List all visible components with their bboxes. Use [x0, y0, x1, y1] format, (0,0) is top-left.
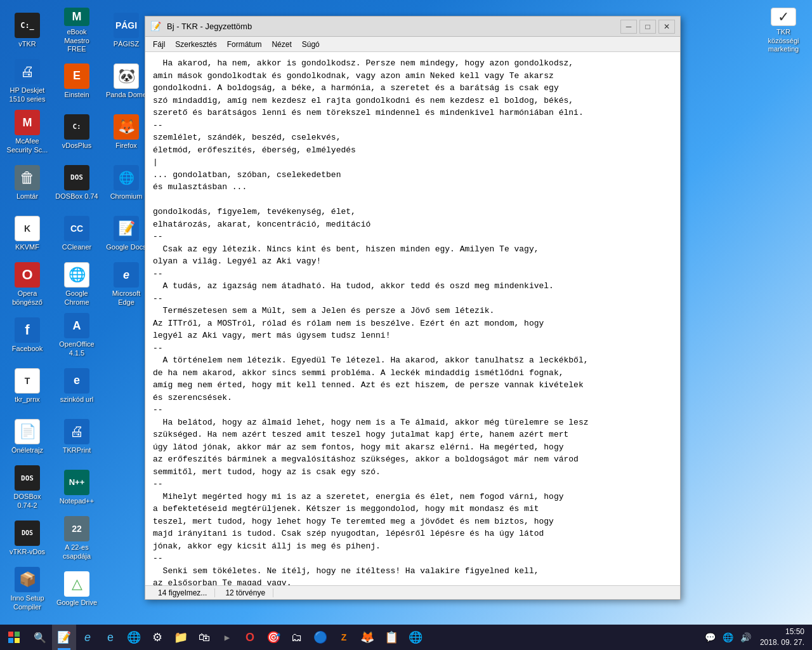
desktop-icon-tkrprint[interactable]: 🖨 TKRPrint — [52, 411, 102, 462]
minimize-button[interactable]: ─ — [620, 20, 637, 34]
desktop-icon-ebook-maestro[interactable]: M eBook Maestro FREE — [52, 5, 102, 56]
opera-task-icon: O — [246, 631, 254, 644]
svg-rect-1 — [15, 632, 20, 637]
icon-label-google-docs: Google Docs — [106, 243, 147, 251]
taskbar-app-edge[interactable]: e — [76, 625, 99, 650]
desktop-icon-chromium[interactable]: 🌐 Chromium — [102, 157, 151, 208]
icon-label-22es: A 22-es csapdája — [55, 543, 99, 560]
menu-format[interactable]: Formátum — [222, 39, 267, 50]
taskbar-app-firefox[interactable]: 🦊 — [355, 625, 379, 650]
desktop-icon-lomtar[interactable]: 🗑 Lomtár — [3, 157, 52, 208]
icon-label-dosbox: DOSBox 0.74 — [55, 192, 98, 201]
cmd-task-icon: ▶ — [225, 632, 230, 642]
taskbar-app-folder[interactable]: 📁 — [169, 625, 193, 650]
desktop-icon-oneletrajz[interactable]: 📄 Önéletrajz — [3, 411, 52, 462]
icon-label-tkr-kozossegi: TKR közösségi marketing — [761, 28, 806, 53]
taskbar-app-filezilla[interactable]: Z — [332, 625, 355, 650]
menu-view[interactable]: Nézet — [266, 39, 296, 50]
titlebar-buttons: ─ □ ✕ — [620, 20, 675, 34]
start-button[interactable] — [0, 625, 28, 650]
desktop-icon-google-chrome[interactable]: 🌐 Google Chrome — [52, 259, 102, 310]
desktop-icon-kkvmf[interactable]: K KKVMF — [3, 208, 52, 259]
taskbar-tray: 💬 🌐 🔊 15:50 2018. 09. 27. — [699, 625, 812, 650]
icon-label-oneletrajz: Önéletrajz — [11, 446, 43, 454]
desktop-icon-tkr-kozossegi[interactable]: ✓ TKR közösségi marketing — [759, 5, 808, 56]
desktop-icon-ccleaner[interactable]: CC CCleaner — [52, 208, 102, 259]
misc1-task-icon: 🎯 — [266, 630, 280, 644]
icon-label-notepadpp: Notepad++ — [60, 497, 94, 505]
icon-label-panda-dome: Panda Dome — [106, 91, 147, 99]
maximize-button[interactable]: □ — [639, 20, 656, 34]
desktop-icon-ms-edge[interactable]: e Microsoft Edge — [102, 259, 151, 310]
desktop-icon-tkr-prnx[interactable]: T tkr_prnx — [3, 361, 52, 411]
taskbar: 🔍 📝 e e 🌐 ⚙ 📁 🛍 ▶ O 🎯 — [0, 625, 812, 650]
desktop-icon-einstein[interactable]: E Einstein — [52, 56, 102, 107]
desktop-icon-szinkod-url[interactable]: e szinkód url — [52, 361, 102, 411]
desktop: C:_ vTKR 🖨 HP Deskjet 1510 series M McAf… — [0, 0, 812, 625]
icon-label-ccleaner: CCleaner — [62, 243, 91, 251]
notepad-text-area[interactable]: Ha akarod, ha nem, akkor is gondolkodsz.… — [145, 52, 680, 585]
taskbar-search-button[interactable]: 🔍 — [28, 625, 52, 650]
taskbar-app-store[interactable]: 🛍 — [193, 625, 216, 650]
desktop-icon-vdosplus[interactable]: C: vDosPlus — [52, 107, 102, 157]
tray-speech-icon[interactable]: 💬 — [702, 625, 719, 650]
icon-label-hp-deskjet: HP Deskjet 1510 series — [5, 86, 49, 103]
filezilla-task-icon: Z — [341, 632, 347, 642]
taskbar-app-misc1[interactable]: 🎯 — [261, 625, 285, 650]
desktop-icon-mcafee[interactable]: M McAfee Security Sc... — [3, 107, 52, 157]
icon-label-vdosplus: vDosPlus — [62, 142, 91, 150]
store-task-icon: 🛍 — [199, 631, 210, 644]
desktop-icon-inno-setup[interactable]: 📦 Inno Setup Compiler — [3, 564, 52, 614]
status-laws: 12 törvénye — [218, 588, 273, 597]
notepad-title: Bj - TKR - Jegyzettömb — [167, 22, 620, 31]
notepad-menubar: Fájl Szerkesztés Formátum Nézet Súgó — [145, 37, 680, 52]
desktop-icon-pagisz[interactable]: PÁGI PÁGISZ — [102, 5, 151, 56]
windows-logo-icon — [8, 632, 20, 643]
misc2-task-icon: 🗂 — [291, 631, 303, 644]
tray-volume-icon[interactable]: 🔊 — [737, 625, 755, 650]
desktop-icon-panda-dome[interactable]: 🐼 Panda Dome — [102, 56, 151, 107]
taskbar-clock[interactable]: 15:50 2018. 09. 27. — [755, 627, 809, 648]
edge-task-icon: e — [84, 631, 91, 644]
desktop-icon-vtkr[interactable]: C:_ vTKR — [3, 5, 52, 56]
taskbar-app-settings[interactable]: ⚙ — [146, 625, 169, 650]
desktop-icon-google-docs[interactable]: 📝 Google Docs — [102, 208, 151, 259]
desktop-icon-notepadpp[interactable]: N++ Notepad++ — [52, 462, 102, 513]
desktop-icon-facebook[interactable]: f Facebook — [3, 310, 52, 361]
icon-label-mcafee: McAfee Security Sc... — [5, 137, 49, 154]
taskbar-app-misc4[interactable]: 📋 — [379, 625, 403, 650]
desktop-icon-firefox[interactable]: 🦊 Firefox — [102, 107, 151, 157]
tray-network-icon[interactable]: 🌐 — [719, 625, 737, 650]
desktop-icon-hp-deskjet[interactable]: 🖨 HP Deskjet 1510 series — [3, 56, 52, 107]
icon-label-einstein: Einstein — [64, 91, 89, 99]
icon-label-google-chrome: Google Chrome — [55, 289, 99, 306]
menu-help[interactable]: Súgó — [297, 39, 325, 50]
desktop-icons-left: C:_ vTKR 🖨 HP Deskjet 1510 series M McAf… — [0, 0, 146, 625]
notepad-content-wrapper: Ha akarod, ha nem, akkor is gondolkodsz.… — [145, 52, 680, 585]
desktop-icon-opera[interactable]: O Opera böngésző — [3, 259, 52, 310]
menu-edit[interactable]: Szerkesztés — [170, 39, 221, 50]
close-button[interactable]: ✕ — [658, 20, 675, 34]
icon-label-dosbox2: DOSBox 0.74-2 — [5, 493, 49, 509]
settings-task-icon: ⚙ — [152, 630, 162, 644]
desktop-icon-dosbox[interactable]: DOS DOSBox 0.74 — [52, 157, 102, 208]
icon-label-inno-setup: Inno Setup Compiler — [5, 594, 49, 611]
taskbar-app-misc5[interactable]: 🌐 — [403, 625, 428, 650]
desktop-icon-vtkr-vdos[interactable]: DOS vTKR-vDos — [3, 513, 52, 564]
desktop-icon-openoffice[interactable]: A OpenOffice 4.1.5 — [52, 310, 102, 361]
desktop-icon-dosbox2[interactable]: DOS DOSBox 0.74-2 — [3, 462, 52, 513]
icon-label-pagisz: PÁGISZ — [114, 40, 139, 48]
desktop-icon-google-drive[interactable]: △ Google Drive — [52, 564, 102, 614]
taskbar-app-ie[interactable]: e — [99, 625, 122, 650]
taskbar-app-chrome[interactable]: 🌐 — [122, 625, 146, 650]
taskbar-app-misc2[interactable]: 🗂 — [285, 625, 308, 650]
taskbar-app-notepad[interactable]: 📝 — [52, 625, 76, 650]
icon-label-kkvmf: KKVMF — [15, 243, 39, 251]
taskbar-app-misc3[interactable]: 🔵 — [308, 625, 332, 650]
taskbar-app-cmd[interactable]: ▶ — [216, 625, 239, 650]
desktop-icon-22es[interactable]: 22 A 22-es csapdája — [52, 513, 102, 564]
misc5-task-icon: 🌐 — [409, 630, 422, 644]
menu-file[interactable]: Fájl — [148, 39, 170, 50]
icon-label-openoffice: OpenOffice 4.1.5 — [55, 340, 99, 357]
taskbar-app-opera[interactable]: O — [239, 625, 261, 650]
